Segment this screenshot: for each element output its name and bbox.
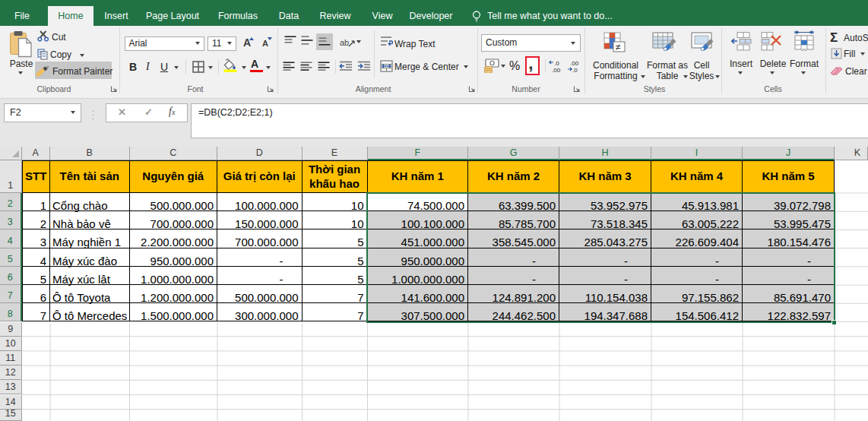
svg-text:.00: .00: [570, 60, 579, 67]
svg-text:≠: ≠: [616, 42, 621, 52]
svg-text:.0: .0: [554, 60, 559, 67]
svg-text:ab: ab: [340, 38, 349, 47]
svg-text:.0: .0: [572, 67, 578, 73]
svg-text:.00: .00: [552, 67, 561, 73]
